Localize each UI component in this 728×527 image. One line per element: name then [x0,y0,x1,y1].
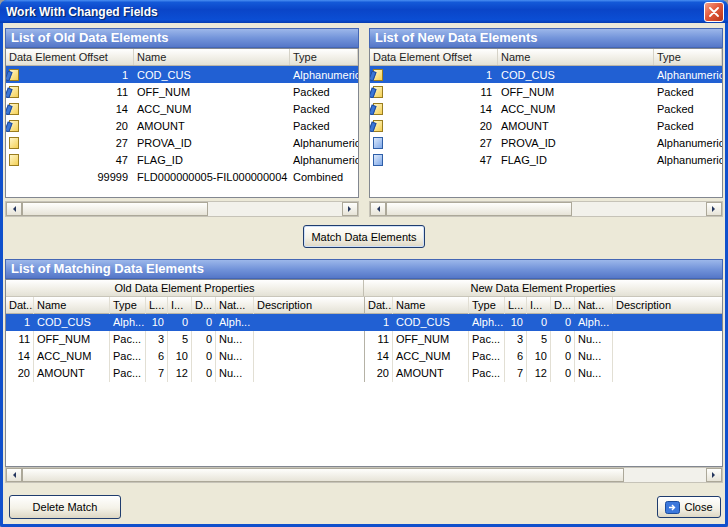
col-header-type[interactable]: Type [110,297,146,314]
offset-cell: 20 [6,120,134,132]
new-elements-panel-header: List of New Data Elements [369,28,723,48]
offset-value: 99999 [19,171,134,183]
table-row[interactable]: 1 COD_CUS Alphanumeric [370,66,722,83]
col-header-name[interactable]: Name [393,297,469,314]
matching-row[interactable]: 11 OFF_NUM Pac... 3 5 0 Nu... 11 OFF_NUM [6,331,722,348]
col-header-i[interactable]: I... [168,297,192,314]
old-properties-half: 11 OFF_NUM Pac... 3 5 0 Nu... [6,331,364,348]
table-row[interactable]: 14 ACC_NUM Packed [370,100,722,117]
col-header-dat[interactable]: Dat... [365,297,393,314]
cell-offset: 1 [365,314,393,331]
scroll-right-icon[interactable] [706,468,722,482]
cell-type: Pac... [110,331,146,348]
scroll-thumb[interactable] [22,468,624,482]
cell-i: 12 [168,365,192,382]
scroll-right-icon[interactable] [706,202,722,216]
col-header-d[interactable]: D... [192,297,216,314]
cell-name: OFF_NUM [393,331,469,348]
matching-row[interactable]: 1 COD_CUS Alph... 10 0 0 Alph... 1 COD_C… [6,314,722,331]
cell-nat: Nu... [575,348,613,365]
field-yellow-edit-icon [9,86,19,98]
cell-description [254,314,364,331]
col-header-dat[interactable]: Dat... [6,297,34,314]
matching-row[interactable]: 14 ACC_NUM Pac... 6 10 0 Nu... 14 ACC_NU… [6,348,722,365]
column-header-offset[interactable]: Data Element Offset [370,49,498,65]
cell-nat: Nu... [216,348,254,365]
table-row[interactable]: 27 PROVA_ID Alphanumeric [6,134,358,151]
delete-match-button[interactable]: Delete Match [9,495,121,519]
col-header-nat[interactable]: Nat... [575,297,613,314]
old-elements-table: Data Element Offset Name Type 1 COD_CUS … [5,48,359,198]
field-blue-icon [373,137,383,149]
name-cell: COD_CUS [498,69,654,81]
col-header-l[interactable]: L... [146,297,168,314]
matching-table-hscrollbar[interactable] [5,467,723,483]
col-header-name[interactable]: Name [34,297,110,314]
window-title: Work With Changed Fields [6,5,158,19]
column-header-name[interactable]: Name [134,49,290,65]
old-table-hscrollbar[interactable] [5,201,359,217]
table-row[interactable]: 27 PROVA_ID Alphanumeric [370,134,722,151]
scroll-thumb[interactable] [22,202,208,216]
table-row[interactable]: 99999 FLD000000005-FIL000000004 Combined [6,168,358,185]
type-cell: Packed [654,103,722,115]
cell-d: 0 [551,365,575,382]
scroll-right-icon[interactable] [342,202,358,216]
close-button[interactable]: Close [657,496,721,518]
close-icon[interactable] [704,2,724,22]
column-header-offset[interactable]: Data Element Offset [6,49,134,65]
field-yellow-edit-icon [9,120,19,132]
cell-i: 10 [168,348,192,365]
column-header-type[interactable]: Type [290,49,358,65]
scroll-left-icon[interactable] [370,202,386,216]
matching-row[interactable]: 20 AMOUNT Pac... 7 12 0 Nu... 20 AMOUNT [6,365,722,382]
table-row[interactable]: 11 OFF_NUM Packed [6,83,358,100]
field-yellow-edit-icon [373,69,383,81]
offset-cell: 99999 [6,171,134,183]
col-header-d[interactable]: D... [551,297,575,314]
type-cell: Combined [290,171,358,183]
name-cell: AMOUNT [134,120,290,132]
cell-d: 0 [192,331,216,348]
col-header-description[interactable]: Description [613,297,722,314]
col-header-l[interactable]: L... [505,297,527,314]
cell-d: 0 [192,365,216,382]
type-cell: Alphanumeric [290,137,358,149]
table-row[interactable]: 1 COD_CUS Alphanumeric [6,66,358,83]
new-table-hscrollbar[interactable] [369,201,723,217]
table-row[interactable]: 47 FLAG_ID Alphanumeric [370,151,722,168]
table-row[interactable]: 47 FLAG_ID Alphanumeric [6,151,358,168]
scroll-track[interactable] [386,202,706,216]
cell-i: 5 [527,331,551,348]
name-cell: FLAG_ID [498,154,654,166]
new-columns-half: Dat... Name Type L... I... D... Nat... D… [364,297,722,313]
offset-value: 27 [383,137,498,149]
cell-nat: Alph... [575,314,613,331]
column-header-type[interactable]: Type [654,49,722,65]
scroll-left-icon[interactable] [6,468,22,482]
scroll-thumb[interactable] [386,202,572,216]
cell-nat: Alph... [216,314,254,331]
table-row[interactable]: 20 AMOUNT Packed [6,117,358,134]
col-header-i[interactable]: I... [527,297,551,314]
new-elements-table: Data Element Offset Name Type 1 COD_CUS … [369,48,723,198]
table-row[interactable]: 14 ACC_NUM Packed [6,100,358,117]
scroll-left-icon[interactable] [6,202,22,216]
cell-nat: Nu... [575,331,613,348]
col-header-type[interactable]: Type [469,297,505,314]
column-header-name[interactable]: Name [498,49,654,65]
col-header-description[interactable]: Description [254,297,364,314]
scroll-track[interactable] [22,202,342,216]
offset-cell: 1 [370,69,498,81]
cell-l: 3 [505,331,527,348]
cell-i: 5 [168,331,192,348]
scroll-track[interactable] [22,468,706,482]
table-row[interactable]: 20 AMOUNT Packed [370,117,722,134]
col-header-nat[interactable]: Nat... [216,297,254,314]
offset-cell: 47 [6,154,134,166]
cell-i: 0 [168,314,192,331]
offset-cell: 11 [370,86,498,98]
match-data-elements-button[interactable]: Match Data Elements [303,225,425,248]
cell-description [254,348,364,365]
table-row[interactable]: 11 OFF_NUM Packed [370,83,722,100]
